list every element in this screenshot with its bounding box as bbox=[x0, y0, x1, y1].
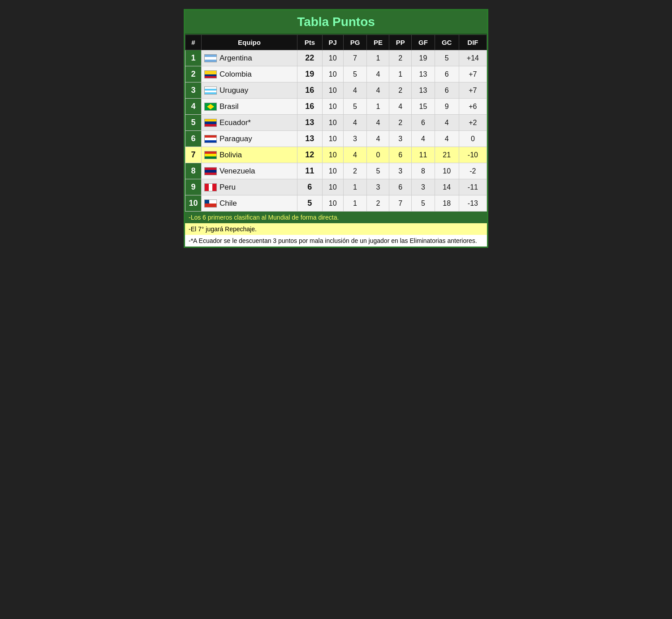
rank-cell: 2 bbox=[185, 66, 202, 82]
pg-cell: 4 bbox=[343, 147, 367, 163]
table-title: Tabla Puntos bbox=[185, 10, 487, 35]
gf-cell: 11 bbox=[412, 147, 435, 163]
table-row: 3Uruguay1610442136+7 bbox=[185, 82, 487, 99]
pe-cell: 3 bbox=[367, 179, 389, 195]
standings-body: 1Argentina2210712195+142Colombia19105411… bbox=[185, 50, 487, 212]
team-cell: Bolivia bbox=[202, 147, 297, 163]
table-row: 8Venezuela1110253810-2 bbox=[185, 163, 487, 179]
pj-cell: 10 bbox=[322, 131, 343, 147]
pe-cell: 4 bbox=[367, 115, 389, 131]
table-row: 10Chile510127518-13 bbox=[185, 195, 487, 212]
pts-cell: 13 bbox=[297, 115, 322, 131]
gc-cell: 14 bbox=[435, 179, 459, 195]
team-cell: Ecuador* bbox=[202, 115, 297, 131]
dif-cell: -13 bbox=[459, 195, 487, 212]
pts-cell: 19 bbox=[297, 66, 322, 82]
team-cell: Paraguay bbox=[202, 131, 297, 147]
pts-cell: 22 bbox=[297, 50, 322, 66]
pj-cell: 10 bbox=[322, 66, 343, 82]
pp-cell: 1 bbox=[389, 66, 412, 82]
footnote-2: -*A Ecuador se le descuentan 3 puntos po… bbox=[185, 235, 487, 247]
gc-cell: 4 bbox=[435, 131, 459, 147]
gf-cell: 8 bbox=[412, 163, 435, 179]
flag-per bbox=[204, 183, 217, 191]
standings-table: Tabla Puntos # Equipo Pts PJ PG PE PP GF… bbox=[184, 9, 488, 248]
dif-cell: -10 bbox=[459, 147, 487, 163]
team-name: Venezuela bbox=[220, 167, 255, 175]
team-name: Peru bbox=[220, 183, 236, 191]
pe-cell: 5 bbox=[367, 163, 389, 179]
rank-cell: 1 bbox=[185, 50, 202, 66]
table-row: 6Paraguay1310343440 bbox=[185, 131, 487, 147]
gf-cell: 5 bbox=[412, 195, 435, 212]
pp-cell: 6 bbox=[389, 147, 412, 163]
gc-cell: 4 bbox=[435, 115, 459, 131]
pts-cell: 12 bbox=[297, 147, 322, 163]
gf-cell: 15 bbox=[412, 99, 435, 115]
dif-cell: 0 bbox=[459, 131, 487, 147]
pe-cell: 2 bbox=[367, 195, 389, 212]
header-team: Equipo bbox=[202, 35, 297, 50]
table-row: 9Peru610136314-11 bbox=[185, 179, 487, 195]
table-row: 7Bolivia12104061121-10 bbox=[185, 147, 487, 163]
rank-cell: 7 bbox=[185, 147, 202, 163]
pj-cell: 10 bbox=[322, 115, 343, 131]
footnote-0: -Los 6 primeros clasifican al Mundial de… bbox=[185, 212, 487, 223]
table-row: 1Argentina2210712195+14 bbox=[185, 50, 487, 66]
header-pg: PG bbox=[343, 35, 367, 50]
header-pj: PJ bbox=[322, 35, 343, 50]
team-name: Argentina bbox=[220, 54, 252, 62]
header-rank: # bbox=[185, 35, 202, 50]
gf-cell: 4 bbox=[412, 131, 435, 147]
pp-cell: 3 bbox=[389, 163, 412, 179]
pj-cell: 10 bbox=[322, 179, 343, 195]
flag-ven bbox=[204, 167, 217, 175]
team-cell: Peru bbox=[202, 179, 297, 195]
footnote-1: -El 7° jugará Repechaje. bbox=[185, 223, 487, 235]
table-row: 4Brasil1610514159+6 bbox=[185, 99, 487, 115]
header-row: # Equipo Pts PJ PG PE PP GF GC DIF bbox=[185, 35, 487, 50]
pg-cell: 3 bbox=[343, 131, 367, 147]
dif-cell: +2 bbox=[459, 115, 487, 131]
team-name: Brasil bbox=[220, 102, 239, 111]
pts-cell: 6 bbox=[297, 179, 322, 195]
gf-cell: 13 bbox=[412, 82, 435, 99]
table-row: 5Ecuador*131044264+2 bbox=[185, 115, 487, 131]
pj-cell: 10 bbox=[322, 50, 343, 66]
pp-cell: 6 bbox=[389, 179, 412, 195]
flag-bol bbox=[204, 151, 217, 159]
team-cell: Colombia bbox=[202, 66, 297, 82]
header-pp: PP bbox=[389, 35, 412, 50]
pp-cell: 7 bbox=[389, 195, 412, 212]
gf-cell: 19 bbox=[412, 50, 435, 66]
gf-cell: 3 bbox=[412, 179, 435, 195]
pj-cell: 10 bbox=[322, 163, 343, 179]
flag-ecu bbox=[204, 119, 217, 127]
pj-cell: 10 bbox=[322, 147, 343, 163]
dif-cell: +7 bbox=[459, 66, 487, 82]
gf-cell: 13 bbox=[412, 66, 435, 82]
gc-cell: 9 bbox=[435, 99, 459, 115]
dif-cell: +6 bbox=[459, 99, 487, 115]
flag-uru bbox=[204, 87, 217, 95]
team-name: Bolivia bbox=[220, 151, 242, 159]
pts-cell: 13 bbox=[297, 131, 322, 147]
team-cell: Chile bbox=[202, 195, 297, 212]
gf-cell: 6 bbox=[412, 115, 435, 131]
gc-cell: 6 bbox=[435, 82, 459, 99]
pj-cell: 10 bbox=[322, 195, 343, 212]
team-name: Ecuador* bbox=[220, 118, 251, 127]
pe-cell: 0 bbox=[367, 147, 389, 163]
team-cell: Argentina bbox=[202, 50, 297, 66]
pg-cell: 7 bbox=[343, 50, 367, 66]
pp-cell: 4 bbox=[389, 99, 412, 115]
pts-cell: 16 bbox=[297, 82, 322, 99]
dif-cell: -2 bbox=[459, 163, 487, 179]
header-gf: GF bbox=[412, 35, 435, 50]
pg-cell: 4 bbox=[343, 115, 367, 131]
pe-cell: 4 bbox=[367, 66, 389, 82]
rank-cell: 4 bbox=[185, 99, 202, 115]
pp-cell: 2 bbox=[389, 115, 412, 131]
team-cell: Venezuela bbox=[202, 163, 297, 179]
pg-cell: 1 bbox=[343, 179, 367, 195]
